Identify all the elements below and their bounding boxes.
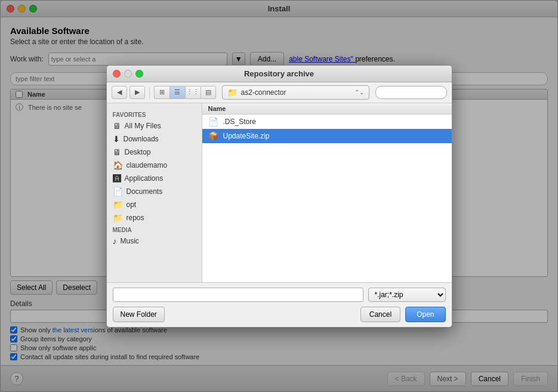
file-item-name: UpdateSite.zip [223, 132, 270, 140]
file-filter-row: *.jar;*.zip [113, 288, 446, 302]
all-my-files-icon: 🖥 [113, 121, 121, 131]
sidebar-item-repos[interactable]: 📁 repos [107, 211, 202, 224]
modal-overlay: Repository archive ◀ ▶ ⊞ ☰ ⋮⋮ ▤ 📁 as2-co… [0, 0, 558, 392]
file-item-updatesite-zip[interactable]: 📦 UpdateSite.zip [202, 129, 452, 143]
modal-sidebar: FAVORITES 🖥 All My Files ⬇ Downloads 🖥 D… [107, 103, 202, 282]
name-column-header: Name [208, 105, 226, 112]
modal-open-button[interactable]: Open [405, 307, 445, 322]
icon-view-button[interactable]: ⊞ [154, 86, 169, 99]
modal-action-row: New Folder Cancel Open [113, 307, 446, 322]
media-label: MEDIA [107, 224, 202, 234]
modal-body: FAVORITES 🖥 All My Files ⬇ Downloads 🖥 D… [107, 103, 452, 282]
modal-minimize-button[interactable] [124, 70, 132, 78]
sidebar-item-label: Applications [125, 174, 164, 183]
coverflow-view-button[interactable]: ▤ [201, 86, 216, 99]
modal-toolbar: ◀ ▶ ⊞ ☰ ⋮⋮ ▤ 📁 as2-connector ⌃⌄ [107, 82, 452, 103]
sidebar-item-label: All My Files [125, 122, 161, 130]
sidebar-item-label: Downloads [124, 135, 159, 143]
favorites-label: FAVORITES [107, 109, 202, 119]
modal-cancel-button[interactable]: Cancel [360, 307, 400, 322]
downloads-icon: ⬇ [113, 134, 120, 144]
column-view-button[interactable]: ⋮⋮ [185, 86, 201, 99]
list-view-button[interactable]: ☰ [169, 86, 185, 99]
repository-archive-dialog: Repository archive ◀ ▶ ⊞ ☰ ⋮⋮ ▤ 📁 as2-co… [106, 65, 452, 328]
repos-icon: 📁 [113, 213, 123, 223]
modal-action-buttons: Cancel Open [360, 307, 446, 322]
sidebar-item-label: Documents [127, 187, 163, 196]
music-icon: ♪ [113, 236, 117, 246]
modal-search-input[interactable] [375, 86, 447, 99]
sidebar-item-label: Desktop [125, 148, 151, 156]
sidebar-item-documents[interactable]: 📄 Documents [107, 185, 202, 198]
modal-close-button[interactable] [113, 70, 121, 78]
folder-name: as2-connector [241, 88, 351, 97]
modal-maximize-button[interactable] [135, 70, 143, 78]
desktop-icon: 🖥 [113, 147, 121, 157]
modal-title-bar: Repository archive [107, 66, 452, 82]
sidebar-item-label: claudemamo [127, 161, 168, 169]
sidebar-item-label: Music [121, 237, 139, 245]
modal-bottom: *.jar;*.zip New Folder Cancel Open [107, 282, 452, 327]
back-nav-button[interactable]: ◀ [112, 86, 127, 99]
file-item-name: .DS_Store [223, 118, 256, 126]
folder-chevron-icon: ⌃⌄ [354, 89, 364, 95]
folder-dropdown[interactable]: 📁 as2-connector ⌃⌄ [222, 85, 369, 100]
sidebar-item-applications[interactable]: 🅰 Applications [107, 172, 202, 185]
sidebar-item-label: opt [127, 200, 137, 209]
home-icon: 🏠 [113, 160, 123, 170]
sidebar-item-claudemamo[interactable]: 🏠 claudemamo [107, 159, 202, 172]
toolbar-separator-1 [149, 87, 150, 98]
ds-store-icon: 📄 [208, 117, 218, 126]
filename-input[interactable] [113, 288, 363, 302]
sidebar-item-opt[interactable]: 📁 opt [107, 198, 202, 211]
sidebar-item-music[interactable]: ♪ Music [107, 234, 202, 248]
sidebar-item-label: repos [127, 214, 144, 222]
folder-icon: 📁 [227, 88, 238, 97]
modal-window-controls [113, 70, 143, 78]
opt-icon: 📁 [113, 200, 123, 209]
applications-icon: 🅰 [113, 174, 121, 183]
sidebar-item-desktop[interactable]: 🖥 Desktop [107, 146, 202, 159]
forward-nav-button[interactable]: ▶ [130, 86, 145, 99]
modal-title: Repository archive [244, 69, 314, 78]
view-buttons: ⊞ ☰ ⋮⋮ ▤ [154, 86, 216, 99]
file-type-select[interactable]: *.jar;*.zip [368, 288, 446, 302]
file-list-header: Name [202, 103, 452, 115]
sidebar-item-downloads[interactable]: ⬇ Downloads [107, 132, 202, 146]
documents-icon: 📄 [113, 187, 123, 196]
new-folder-button[interactable]: New Folder [113, 307, 165, 322]
modal-file-list: Name 📄 .DS_Store 📦 UpdateSite.zip [202, 103, 452, 282]
zip-file-icon: 📦 [208, 131, 218, 141]
file-item-ds-store[interactable]: 📄 .DS_Store [202, 115, 452, 129]
sidebar-item-all-my-files[interactable]: 🖥 All My Files [107, 119, 202, 132]
